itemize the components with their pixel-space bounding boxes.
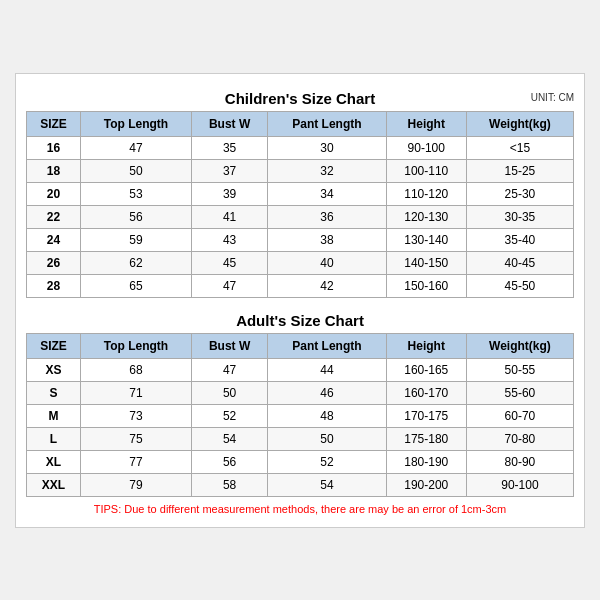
table-row: L755450175-18070-80 xyxy=(27,427,574,450)
table-cell: 38 xyxy=(268,228,386,251)
table-cell: 90-100 xyxy=(466,473,573,496)
table-cell: 160-170 xyxy=(386,381,466,404)
table-cell: 160-165 xyxy=(386,358,466,381)
table-cell: 100-110 xyxy=(386,159,466,182)
adult-title-text: Adult's Size Chart xyxy=(236,312,364,329)
table-row: 28654742150-16045-50 xyxy=(27,274,574,297)
table-cell: 47 xyxy=(192,274,268,297)
table-cell: 170-175 xyxy=(386,404,466,427)
col-size: SIZE xyxy=(27,333,81,358)
table-row: 24594338130-14035-40 xyxy=(27,228,574,251)
table-cell: 140-150 xyxy=(386,251,466,274)
table-cell: 77 xyxy=(80,450,191,473)
col-pant-length: Pant Length xyxy=(268,111,386,136)
table-cell: 39 xyxy=(192,182,268,205)
col-height: Height xyxy=(386,111,466,136)
table-cell: 40-45 xyxy=(466,251,573,274)
table-cell: 47 xyxy=(192,358,268,381)
adult-header-row: SIZE Top Length Bust W Pant Length Heigh… xyxy=(27,333,574,358)
table-cell: M xyxy=(27,404,81,427)
table-row: 1647353090-100<15 xyxy=(27,136,574,159)
table-cell: 56 xyxy=(192,450,268,473)
table-row: XL775652180-19080-90 xyxy=(27,450,574,473)
table-row: 20533934110-12025-30 xyxy=(27,182,574,205)
table-cell: 30-35 xyxy=(466,205,573,228)
table-cell: 45-50 xyxy=(466,274,573,297)
col-bust-w: Bust W xyxy=(192,333,268,358)
table-cell: 48 xyxy=(268,404,386,427)
table-cell: 24 xyxy=(27,228,81,251)
unit-label: UNIT: CM xyxy=(531,92,574,103)
table-cell: 175-180 xyxy=(386,427,466,450)
table-cell: 53 xyxy=(80,182,191,205)
table-cell: 73 xyxy=(80,404,191,427)
table-cell: 65 xyxy=(80,274,191,297)
children-title-text: Children's Size Chart xyxy=(225,90,375,107)
table-cell: 28 xyxy=(27,274,81,297)
table-cell: 50-55 xyxy=(466,358,573,381)
col-weight: Weight(kg) xyxy=(466,333,573,358)
table-row: M735248170-17560-70 xyxy=(27,404,574,427)
table-cell: 35-40 xyxy=(466,228,573,251)
children-header-row: SIZE Top Length Bust W Pant Length Heigh… xyxy=(27,111,574,136)
table-cell: 79 xyxy=(80,473,191,496)
table-cell: 20 xyxy=(27,182,81,205)
table-cell: 52 xyxy=(192,404,268,427)
col-top-length: Top Length xyxy=(80,111,191,136)
table-row: XS684744160-16550-55 xyxy=(27,358,574,381)
table-cell: L xyxy=(27,427,81,450)
table-cell: 62 xyxy=(80,251,191,274)
table-cell: 25-30 xyxy=(466,182,573,205)
table-cell: 150-160 xyxy=(386,274,466,297)
table-cell: 16 xyxy=(27,136,81,159)
chart-container: Children's Size Chart UNIT: CM SIZE Top … xyxy=(15,73,585,528)
table-cell: 54 xyxy=(192,427,268,450)
table-cell: 90-100 xyxy=(386,136,466,159)
table-row: 26624540140-15040-45 xyxy=(27,251,574,274)
table-cell: 120-130 xyxy=(386,205,466,228)
table-cell: S xyxy=(27,381,81,404)
table-cell: 130-140 xyxy=(386,228,466,251)
table-cell: 18 xyxy=(27,159,81,182)
table-cell: 75 xyxy=(80,427,191,450)
table-cell: 34 xyxy=(268,182,386,205)
table-cell: 15-25 xyxy=(466,159,573,182)
table-cell: 46 xyxy=(268,381,386,404)
table-cell: 60-70 xyxy=(466,404,573,427)
col-size: SIZE xyxy=(27,111,81,136)
table-cell: 40 xyxy=(268,251,386,274)
table-cell: 55-60 xyxy=(466,381,573,404)
adult-size-table: SIZE Top Length Bust W Pant Length Heigh… xyxy=(26,333,574,497)
table-cell: 30 xyxy=(268,136,386,159)
table-cell: 80-90 xyxy=(466,450,573,473)
table-cell: 180-190 xyxy=(386,450,466,473)
col-weight: Weight(kg) xyxy=(466,111,573,136)
table-row: XXL795854190-20090-100 xyxy=(27,473,574,496)
table-cell: 190-200 xyxy=(386,473,466,496)
table-cell: 36 xyxy=(268,205,386,228)
table-cell: 50 xyxy=(268,427,386,450)
table-cell: 43 xyxy=(192,228,268,251)
table-cell: 50 xyxy=(192,381,268,404)
table-row: 18503732100-11015-25 xyxy=(27,159,574,182)
col-height: Height xyxy=(386,333,466,358)
table-cell: 41 xyxy=(192,205,268,228)
table-cell: XS xyxy=(27,358,81,381)
table-cell: 58 xyxy=(192,473,268,496)
children-title: Children's Size Chart UNIT: CM xyxy=(26,84,574,111)
table-cell: 42 xyxy=(268,274,386,297)
table-cell: XXL xyxy=(27,473,81,496)
table-cell: 37 xyxy=(192,159,268,182)
children-size-table: SIZE Top Length Bust W Pant Length Heigh… xyxy=(26,111,574,298)
table-cell: 22 xyxy=(27,205,81,228)
table-cell: 35 xyxy=(192,136,268,159)
table-cell: XL xyxy=(27,450,81,473)
table-cell: 68 xyxy=(80,358,191,381)
table-cell: 54 xyxy=(268,473,386,496)
table-cell: 50 xyxy=(80,159,191,182)
table-cell: 110-120 xyxy=(386,182,466,205)
table-cell: 59 xyxy=(80,228,191,251)
table-cell: <15 xyxy=(466,136,573,159)
table-cell: 45 xyxy=(192,251,268,274)
table-cell: 47 xyxy=(80,136,191,159)
